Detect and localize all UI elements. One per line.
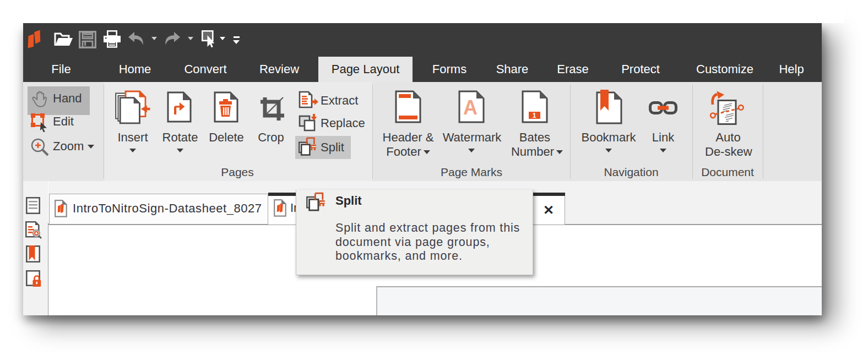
svg-text:A: A (463, 96, 478, 119)
svg-text:1: 1 (533, 112, 536, 119)
